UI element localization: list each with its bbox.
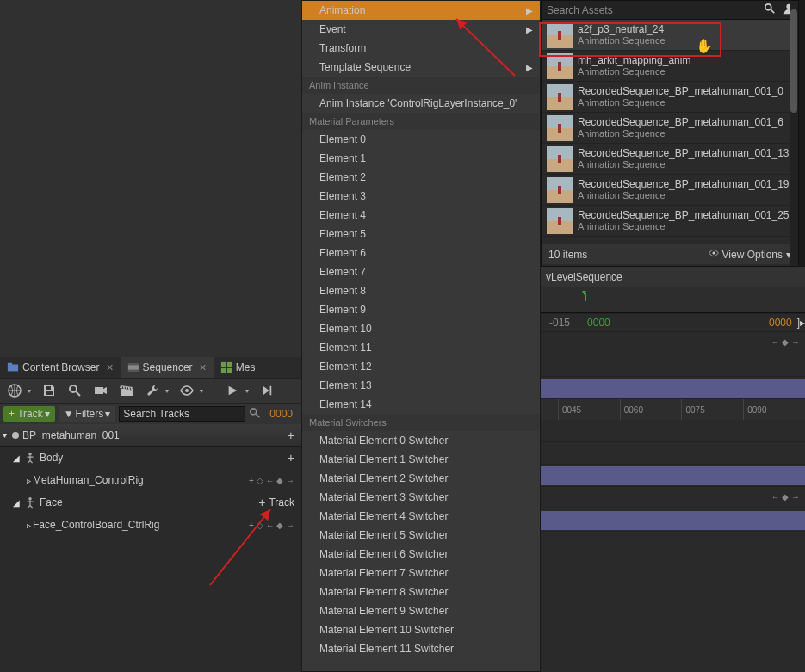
camera-icon[interactable]: [93, 383, 108, 398]
expand-icon[interactable]: ◢: [12, 498, 21, 508]
bracket-icon[interactable]: ]▸: [797, 317, 805, 329]
track-clip[interactable]: [541, 379, 805, 398]
outliner-face-row[interactable]: ◢ Face + Track: [0, 491, 301, 514]
asset-row[interactable]: RecordedSequence_BP_metahuman_001_6Anima…: [542, 113, 798, 144]
menu-item-element[interactable]: Element 14: [302, 395, 540, 414]
tab-content-browser[interactable]: Content Browser ×: [0, 357, 121, 378]
menu-item-switcher[interactable]: Material Element 8 Switcher: [302, 583, 540, 601]
close-icon[interactable]: ×: [200, 361, 207, 374]
menu-item[interactable]: Animation▶: [302, 1, 540, 20]
eye-icon[interactable]: [179, 383, 195, 398]
current-frame[interactable]: 0000: [264, 408, 298, 420]
menu-item[interactable]: Event▶: [302, 20, 540, 39]
menu-item-element[interactable]: Element 3: [302, 187, 540, 206]
menu-item-element[interactable]: Element 12: [302, 357, 540, 376]
track-lane[interactable]: [541, 442, 805, 465]
menu-item-switcher[interactable]: Material Element 9 Switcher: [302, 601, 540, 620]
search-assets-input[interactable]: Search Assets: [542, 4, 760, 16]
key-controls[interactable]: ← ◆ →: [771, 337, 800, 347]
asset-row[interactable]: mh_arkit_mapping_animAnimation Sequence: [542, 51, 798, 82]
asset-row[interactable]: RecordedSequence_BP_metahuman_001_25Anim…: [542, 206, 798, 237]
tab-sequencer[interactable]: Sequencer ×: [121, 357, 214, 378]
key-controls[interactable]: + ◇ ← ◆ →: [249, 521, 294, 530]
frame-start[interactable]: -015: [541, 317, 579, 329]
track-lane[interactable]: [541, 377, 805, 399]
menu-item-element[interactable]: Element 0: [302, 130, 540, 149]
outliner-rig-row[interactable]: ▹ MetaHuman_ControlRig + ◇ ← ◆ →: [0, 469, 301, 491]
menu-item-element[interactable]: Element 4: [302, 206, 540, 225]
expand-icon[interactable]: ▹: [24, 476, 33, 485]
menu-item-switcher[interactable]: Material Element 5 Switcher: [302, 526, 540, 545]
frame-current[interactable]: 0000: [579, 317, 619, 329]
expand-icon[interactable]: ▾: [0, 430, 9, 440]
wrench-icon[interactable]: [145, 383, 160, 398]
menu-item-switcher[interactable]: Material Element 10 Switcher: [302, 620, 540, 639]
search-tracks-input[interactable]: Search Tracks: [119, 406, 245, 422]
menu-item[interactable]: Transform: [302, 39, 540, 58]
track-lane[interactable]: [541, 509, 805, 532]
search-icon[interactable]: [760, 3, 779, 17]
menu-item-element[interactable]: Element 6: [302, 244, 540, 262]
playhead-icon[interactable]: [585, 293, 586, 301]
track-lane[interactable]: ← ◆ →: [541, 487, 805, 509]
outliner-facerig-row[interactable]: ▹ Face_ControlBoard_CtrlRig + ◇ ← ◆ →: [0, 514, 301, 536]
view-options-button[interactable]: View Options: [722, 249, 783, 261]
menu-item-element[interactable]: Element 10: [302, 319, 540, 338]
asset-row[interactable]: RecordedSequence_BP_metahuman_001_13Anim…: [542, 144, 798, 175]
menu-item-element[interactable]: Element 13: [302, 376, 540, 395]
menu-item-switcher[interactable]: Material Element 11 Switcher: [302, 639, 540, 658]
menu-item-element[interactable]: Element 5: [302, 225, 540, 244]
timeline-scrubber[interactable]: [541, 287, 805, 313]
menu-item-switcher[interactable]: Material Element 4 Switcher: [302, 507, 540, 526]
add-button[interactable]: +: [258, 496, 265, 509]
menu-item-switcher[interactable]: Material Element 1 Switcher: [302, 450, 540, 469]
search-icon[interactable]: [67, 383, 83, 398]
menu-item-animinstance[interactable]: Anim Instance 'ControlRigLayerInstance_0…: [302, 94, 540, 113]
menu-item-element[interactable]: Element 8: [302, 281, 540, 300]
menu-item[interactable]: Template Sequence▶: [302, 58, 540, 77]
chevron-down-icon[interactable]: ▾: [165, 387, 169, 395]
track-clip[interactable]: [541, 511, 805, 530]
filters-button[interactable]: ▼Filters▾: [59, 406, 116, 422]
scrollbar[interactable]: [790, 1, 798, 266]
close-icon[interactable]: ×: [106, 361, 113, 374]
play-icon[interactable]: [225, 383, 240, 398]
ruler[interactable]: 0045 0060 0075 0090: [541, 399, 805, 420]
menu-item-switcher[interactable]: Material Element 2 Switcher: [302, 469, 540, 488]
chevron-down-icon[interactable]: ▾: [245, 387, 249, 395]
save-icon[interactable]: [41, 383, 57, 398]
add-track-button[interactable]: + Track▾: [3, 406, 55, 422]
tab-mes[interactable]: Mes: [214, 357, 263, 378]
expand-icon[interactable]: ◢: [12, 453, 21, 463]
viewport[interactable]: [0, 0, 301, 357]
frame-end[interactable]: 0000: [769, 317, 797, 329]
world-icon[interactable]: [7, 383, 22, 398]
outliner-root-row[interactable]: ▾ BP_metahuman_001 +: [0, 424, 301, 447]
menu-item-element[interactable]: Element 9: [302, 300, 540, 319]
menu-item-switcher[interactable]: Material Element 6 Switcher: [302, 545, 540, 564]
menu-item-element[interactable]: Element 2: [302, 168, 540, 187]
track-clip[interactable]: [541, 466, 805, 485]
chevron-down-icon[interactable]: ▾: [200, 387, 203, 395]
track-lane[interactable]: [541, 465, 805, 487]
expand-icon[interactable]: ▹: [24, 521, 33, 530]
outliner-body-row[interactable]: ◢ Body +: [0, 447, 301, 469]
track-lane[interactable]: ← ◆ →: [541, 332, 805, 354]
menu-item-element[interactable]: Element 7: [302, 262, 540, 281]
add-button[interactable]: +: [288, 451, 294, 465]
step-fwd-icon[interactable]: [259, 383, 275, 398]
menu-item-switcher[interactable]: Material Element 3 Switcher: [302, 488, 540, 507]
menu-item-switcher[interactable]: Material Element 7 Switcher: [302, 564, 540, 583]
asset-row[interactable]: a2f_p3_neutral_24Animation Sequence: [542, 20, 798, 51]
search-icon[interactable]: [249, 407, 261, 422]
clapper-icon[interactable]: [119, 383, 134, 398]
menu-item-element[interactable]: Element 11: [302, 338, 540, 357]
asset-row[interactable]: RecordedSequence_BP_metahuman_001_19Anim…: [542, 175, 798, 206]
key-controls[interactable]: ← ◆ →: [771, 492, 800, 502]
menu-item-switcher[interactable]: Material Element 0 Switcher: [302, 431, 540, 450]
asset-row[interactable]: RecordedSequence_BP_metahuman_001_0Anima…: [542, 82, 798, 113]
key-controls[interactable]: + ◇ ← ◆ →: [249, 476, 294, 485]
chevron-down-icon[interactable]: ▾: [28, 387, 31, 395]
asset-list[interactable]: a2f_p3_neutral_24Animation Sequencemh_ar…: [542, 20, 798, 244]
track-lane[interactable]: [541, 354, 805, 377]
